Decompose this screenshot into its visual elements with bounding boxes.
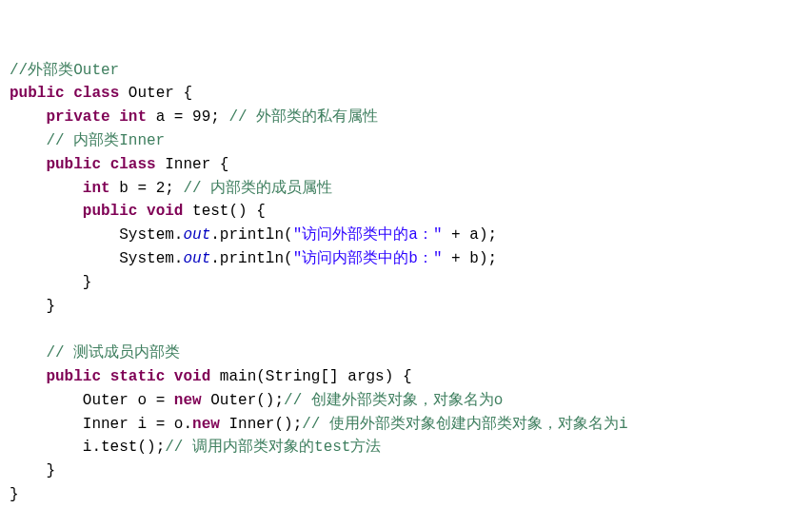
- keyword: void: [147, 203, 183, 220]
- comment: // 内部类的成员属性: [183, 180, 332, 197]
- code-block: //外部类Outer public class Outer { private …: [10, 59, 802, 507]
- code-text: b = 2;: [110, 180, 184, 197]
- code-text: Inner i = o.: [10, 416, 192, 433]
- code-text: .println(: [210, 250, 292, 267]
- comment: //外部类Outer: [10, 62, 119, 79]
- code-text: Outer o =: [10, 392, 174, 409]
- string-literal: "访问内部类中的b：": [293, 250, 443, 267]
- static-field: out: [183, 226, 210, 244]
- string-literal: "访问外部类中的a：": [293, 226, 443, 244]
- code-text: }: [10, 274, 91, 291]
- code-text: Inner {: [156, 156, 229, 173]
- keyword: int: [83, 180, 110, 197]
- code-text: test() {: [183, 203, 265, 220]
- code-text: i.test();: [10, 439, 165, 456]
- keyword: public: [46, 156, 101, 173]
- comment: // 测试成员内部类: [46, 344, 180, 361]
- keyword: void: [174, 368, 210, 385]
- code-text: + a);: [442, 226, 497, 244]
- keyword: public: [46, 368, 101, 385]
- comment: // 使用外部类对象创建内部类对象，对象名为i: [302, 416, 627, 433]
- comment: // 内部类Inner: [46, 132, 165, 149]
- code-text: + b);: [442, 250, 497, 267]
- code-text: }: [10, 462, 55, 479]
- code-text: main(String[] args) {: [210, 368, 411, 385]
- keyword: public: [83, 203, 138, 220]
- keyword: static: [110, 368, 166, 385]
- keyword: private: [46, 108, 109, 126]
- keyword: new: [174, 392, 202, 409]
- keyword: new: [192, 416, 220, 433]
- code-text: Outer();: [202, 392, 284, 409]
- keyword: class: [73, 85, 119, 102]
- keyword: public: [10, 85, 65, 102]
- comment: // 调用内部类对象的test方法: [165, 439, 381, 456]
- code-text: a = 99;: [147, 108, 228, 126]
- comment: // 外部类的私有属性: [228, 108, 378, 126]
- keyword: class: [110, 156, 156, 173]
- code-text: }: [10, 486, 19, 503]
- code-text: System.: [10, 250, 183, 267]
- code-text: }: [10, 298, 55, 315]
- comment: // 创建外部类对象，对象名为o: [284, 392, 503, 409]
- keyword: int: [119, 108, 147, 126]
- code-text: System.: [10, 226, 183, 244]
- code-text: Inner();: [220, 416, 302, 433]
- code-text: .println(: [210, 226, 292, 244]
- code-text: Outer {: [119, 85, 192, 102]
- static-field: out: [183, 250, 210, 267]
